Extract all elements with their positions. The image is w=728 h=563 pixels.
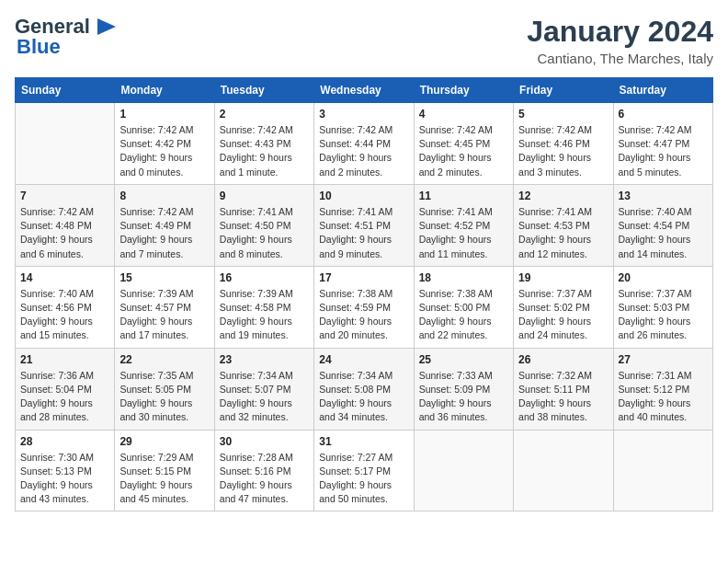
header-monday: Monday	[115, 78, 214, 103]
day-number: 21	[20, 353, 109, 366]
day-number: 24	[319, 353, 408, 366]
calendar-cell: 25Sunrise: 7:33 AM Sunset: 5:09 PM Dayli…	[414, 348, 513, 430]
day-info: Sunrise: 7:34 AM Sunset: 5:08 PM Dayligh…	[319, 369, 408, 425]
day-info: Sunrise: 7:41 AM Sunset: 4:53 PM Dayligh…	[518, 205, 608, 261]
day-number: 9	[220, 190, 309, 202]
calendar-cell: 5Sunrise: 7:42 AM Sunset: 4:46 PM Daylig…	[514, 103, 613, 185]
calendar-cell: 27Sunrise: 7:31 AM Sunset: 5:12 PM Dayli…	[613, 348, 712, 430]
calendar-table: SundayMondayTuesdayWednesdayThursdayFrid…	[15, 77, 713, 511]
page-header: General Blue January 2024 Cantiano, The …	[15, 15, 713, 66]
svg-marker-0	[97, 18, 116, 35]
day-info: Sunrise: 7:41 AM Sunset: 4:50 PM Dayligh…	[220, 205, 309, 261]
header-friday: Friday	[514, 78, 613, 103]
day-info: Sunrise: 7:39 AM Sunset: 4:57 PM Dayligh…	[119, 287, 209, 343]
day-number: 23	[220, 353, 309, 366]
day-info: Sunrise: 7:37 AM Sunset: 5:02 PM Dayligh…	[518, 287, 608, 343]
header-tuesday: Tuesday	[214, 78, 313, 103]
title-block: January 2024 Cantiano, The Marches, Ital…	[527, 15, 713, 66]
day-info: Sunrise: 7:27 AM Sunset: 5:17 PM Dayligh…	[319, 451, 408, 507]
header-row: SundayMondayTuesdayWednesdayThursdayFrid…	[16, 78, 713, 103]
day-number: 1	[119, 108, 209, 121]
calendar-cell: 11Sunrise: 7:41 AM Sunset: 4:52 PM Dayli…	[414, 184, 513, 266]
day-info: Sunrise: 7:35 AM Sunset: 5:05 PM Dayligh…	[119, 369, 209, 425]
calendar-cell: 17Sunrise: 7:38 AM Sunset: 4:59 PM Dayli…	[314, 266, 414, 348]
header-sunday: Sunday	[16, 78, 115, 103]
header-wednesday: Wednesday	[314, 78, 414, 103]
day-number: 22	[119, 353, 209, 366]
day-info: Sunrise: 7:41 AM Sunset: 4:51 PM Dayligh…	[319, 205, 408, 261]
day-number: 4	[419, 108, 508, 121]
day-number: 15	[119, 271, 209, 284]
calendar-cell: 9Sunrise: 7:41 AM Sunset: 4:50 PM Daylig…	[214, 184, 313, 266]
day-number: 3	[319, 108, 408, 121]
day-info: Sunrise: 7:42 AM Sunset: 4:42 PM Dayligh…	[119, 123, 209, 179]
day-number: 2	[220, 108, 309, 121]
calendar-cell	[514, 430, 613, 511]
day-info: Sunrise: 7:42 AM Sunset: 4:46 PM Dayligh…	[518, 123, 608, 179]
logo-blue: Blue	[17, 35, 61, 59]
day-number: 12	[518, 190, 608, 202]
day-info: Sunrise: 7:40 AM Sunset: 4:56 PM Dayligh…	[20, 287, 109, 343]
header-thursday: Thursday	[414, 78, 513, 103]
calendar-title: January 2024	[527, 15, 713, 49]
calendar-week-5: 28Sunrise: 7:30 AM Sunset: 5:13 PM Dayli…	[16, 430, 713, 511]
day-info: Sunrise: 7:42 AM Sunset: 4:45 PM Dayligh…	[419, 123, 508, 179]
calendar-cell: 20Sunrise: 7:37 AM Sunset: 5:03 PM Dayli…	[613, 266, 712, 348]
day-info: Sunrise: 7:31 AM Sunset: 5:12 PM Dayligh…	[619, 369, 708, 425]
calendar-cell: 19Sunrise: 7:37 AM Sunset: 5:02 PM Dayli…	[514, 266, 613, 348]
day-info: Sunrise: 7:42 AM Sunset: 4:48 PM Dayligh…	[20, 205, 109, 261]
day-number: 10	[319, 190, 408, 202]
day-number: 8	[119, 190, 209, 202]
calendar-week-4: 21Sunrise: 7:36 AM Sunset: 5:04 PM Dayli…	[16, 348, 713, 430]
day-info: Sunrise: 7:42 AM Sunset: 4:49 PM Dayligh…	[119, 205, 209, 261]
calendar-cell	[16, 103, 115, 185]
day-number: 25	[419, 353, 508, 366]
logo: General Blue	[15, 15, 119, 59]
calendar-cell: 16Sunrise: 7:39 AM Sunset: 4:58 PM Dayli…	[214, 266, 313, 348]
calendar-cell: 29Sunrise: 7:29 AM Sunset: 5:15 PM Dayli…	[115, 430, 214, 511]
day-number: 30	[220, 435, 309, 448]
calendar-cell: 6Sunrise: 7:42 AM Sunset: 4:47 PM Daylig…	[613, 103, 712, 185]
day-number: 5	[518, 108, 608, 121]
day-number: 11	[419, 190, 508, 202]
calendar-cell: 18Sunrise: 7:38 AM Sunset: 5:00 PM Dayli…	[414, 266, 513, 348]
day-number: 18	[419, 271, 508, 284]
day-number: 20	[619, 271, 708, 284]
day-info: Sunrise: 7:28 AM Sunset: 5:16 PM Dayligh…	[220, 451, 309, 507]
day-number: 28	[20, 435, 109, 448]
day-number: 31	[319, 435, 408, 448]
calendar-cell: 31Sunrise: 7:27 AM Sunset: 5:17 PM Dayli…	[314, 430, 414, 511]
header-saturday: Saturday	[613, 78, 712, 103]
calendar-cell: 2Sunrise: 7:42 AM Sunset: 4:43 PM Daylig…	[214, 103, 313, 185]
calendar-cell: 4Sunrise: 7:42 AM Sunset: 4:45 PM Daylig…	[414, 103, 513, 185]
day-number: 29	[119, 435, 209, 448]
calendar-week-3: 14Sunrise: 7:40 AM Sunset: 4:56 PM Dayli…	[16, 266, 713, 348]
calendar-cell	[613, 430, 712, 511]
calendar-cell: 3Sunrise: 7:42 AM Sunset: 4:44 PM Daylig…	[314, 103, 414, 185]
calendar-cell: 1Sunrise: 7:42 AM Sunset: 4:42 PM Daylig…	[115, 103, 214, 185]
calendar-cell: 12Sunrise: 7:41 AM Sunset: 4:53 PM Dayli…	[514, 184, 613, 266]
day-info: Sunrise: 7:38 AM Sunset: 4:59 PM Dayligh…	[319, 287, 408, 343]
day-info: Sunrise: 7:34 AM Sunset: 5:07 PM Dayligh…	[220, 369, 309, 425]
day-number: 19	[518, 271, 608, 284]
calendar-cell: 22Sunrise: 7:35 AM Sunset: 5:05 PM Dayli…	[115, 348, 214, 430]
day-info: Sunrise: 7:41 AM Sunset: 4:52 PM Dayligh…	[419, 205, 508, 261]
day-info: Sunrise: 7:40 AM Sunset: 4:54 PM Dayligh…	[619, 205, 708, 261]
calendar-subtitle: Cantiano, The Marches, Italy	[527, 51, 713, 66]
calendar-cell: 7Sunrise: 7:42 AM Sunset: 4:48 PM Daylig…	[16, 184, 115, 266]
day-number: 17	[319, 271, 408, 284]
day-info: Sunrise: 7:32 AM Sunset: 5:11 PM Dayligh…	[518, 369, 608, 425]
day-info: Sunrise: 7:42 AM Sunset: 4:44 PM Dayligh…	[319, 123, 408, 179]
day-info: Sunrise: 7:38 AM Sunset: 5:00 PM Dayligh…	[419, 287, 508, 343]
calendar-cell	[414, 430, 513, 511]
day-number: 27	[619, 353, 708, 366]
calendar-cell: 24Sunrise: 7:34 AM Sunset: 5:08 PM Dayli…	[314, 348, 414, 430]
calendar-cell: 23Sunrise: 7:34 AM Sunset: 5:07 PM Dayli…	[214, 348, 313, 430]
day-info: Sunrise: 7:37 AM Sunset: 5:03 PM Dayligh…	[619, 287, 708, 343]
calendar-cell: 26Sunrise: 7:32 AM Sunset: 5:11 PM Dayli…	[514, 348, 613, 430]
calendar-cell: 8Sunrise: 7:42 AM Sunset: 4:49 PM Daylig…	[115, 184, 214, 266]
calendar-cell: 14Sunrise: 7:40 AM Sunset: 4:56 PM Dayli…	[16, 266, 115, 348]
day-number: 6	[619, 108, 708, 121]
calendar-cell: 21Sunrise: 7:36 AM Sunset: 5:04 PM Dayli…	[16, 348, 115, 430]
day-info: Sunrise: 7:39 AM Sunset: 4:58 PM Dayligh…	[220, 287, 309, 343]
